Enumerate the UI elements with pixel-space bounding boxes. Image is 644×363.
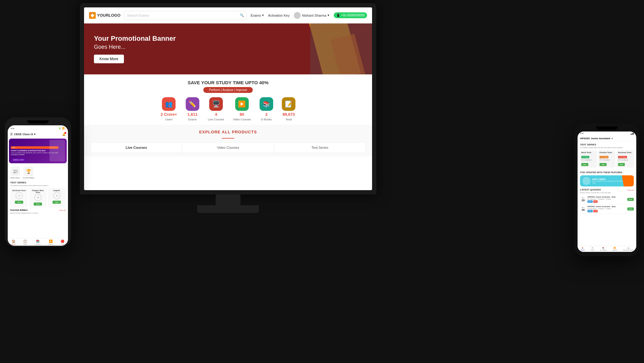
phone-banner-image xyxy=(49,140,65,161)
phone-test-card-chapter[interactable]: Chapter Wise Tests ◎ Start xyxy=(29,188,47,207)
ts-practice-badge: 0-34 Tests xyxy=(600,156,608,158)
monitor-stand xyxy=(80,194,376,213)
ts-practice-progress: 0% Completed xyxy=(600,159,614,161)
right-sectional-icon: 📊 xyxy=(627,247,629,249)
tab-live-courses[interactable]: Live Courses xyxy=(91,143,182,152)
stat-exams: ✏️ 1,611 Exams xyxy=(186,97,199,121)
view-all-link[interactable]: View all xyxy=(59,209,66,211)
phone-number: +91-0000000000 xyxy=(341,14,365,17)
phone-cat-current-affairs[interactable]: 🏆 Current Affairs xyxy=(23,166,34,179)
right-nav-sectional[interactable]: 📊 Sectional Tests xyxy=(623,247,633,251)
quiz-date-1: May 29 xyxy=(580,197,586,202)
lq-sub: Quickly assess yourself with a new quiz … xyxy=(580,192,634,194)
ts-practice-tests[interactable]: Practice Tests 0-34 Tests 0% Completed S… xyxy=(598,150,615,168)
phone-nav-tests[interactable]: 📋 Tests xyxy=(23,240,27,245)
phone-nav-elibrary[interactable]: 📚 E-Library xyxy=(34,240,40,245)
notification-icon[interactable]: 🔔 xyxy=(62,133,66,136)
right-tests-icon: 📋 xyxy=(591,247,593,249)
sig-bar-4 xyxy=(633,132,634,135)
lq-view-all[interactable]: View All xyxy=(627,189,634,191)
phone-left-screen: 9:41 🔋 📶 ☰ CBSE Class IX ▾ 🔔 LIVE xyxy=(8,125,68,246)
stay-updated-title: STAY UPDATED WITH THESE FEATURES xyxy=(580,171,634,173)
user-menu[interactable]: Nishant Sharma ▾ xyxy=(294,12,329,19)
quiz-row-1: May 29 UPSSSC Junior Assistant - Quiz 20… xyxy=(580,196,634,203)
banner-headline: Your Promotional Banner xyxy=(94,35,176,43)
exams-label: Exams xyxy=(251,14,261,17)
stat-exams-icon: ✏️ xyxy=(186,97,199,111)
stat-ebooks: 📚 2 E-Books xyxy=(260,97,273,121)
exams-menu[interactable]: Exams ▾ xyxy=(251,13,264,17)
right-videos-label: Videos xyxy=(612,249,617,251)
phone-button[interactable]: 📱 +91-0000000000 xyxy=(334,12,367,18)
phone-enroll-btn[interactable]: ENROLL NOW xyxy=(11,158,25,161)
quiz-start-2[interactable]: Start xyxy=(627,207,634,211)
english-title: English xyxy=(53,190,60,191)
right-nav-videos[interactable]: ▶️ Videos xyxy=(612,247,617,251)
tests-nav-icon: 📋 xyxy=(23,240,27,243)
phone-time: 9:41 xyxy=(11,127,15,129)
stat-exams-num: 1,611 xyxy=(188,112,198,117)
logo-text: YOURLOGO xyxy=(97,13,121,18)
stats-headline: SAVE YOUR STUDY TIME UPTO 40% xyxy=(90,80,366,85)
ts-practice-title: Practice Tests xyxy=(600,152,614,153)
right-nav-home[interactable]: 🏠 Home xyxy=(581,247,585,251)
phone-test-series-title: TEST SERIES xyxy=(8,181,68,185)
phone-left: 9:41 🔋 📶 ☰ CBSE Class IX ▾ 🔔 LIVE xyxy=(5,117,71,247)
exam-label: UPSSSC Junior Assistant xyxy=(580,137,610,140)
videos-nav-label: Videos xyxy=(48,243,53,245)
phone-banner: LIVE START LEARNING IN INTRACTIVE WAY LI… xyxy=(9,139,67,163)
right-nav-elibrary[interactable]: 📚 E-Library xyxy=(600,247,606,251)
quiz-info-1: UPSSSC Junior Assistant - Quiz 20 Questi… xyxy=(587,196,626,203)
phone-nav-home[interactable]: 🏠 Home xyxy=(11,240,15,245)
phone-test-card-english[interactable]: English ◎ Start xyxy=(48,188,66,207)
ts-mock-start[interactable]: Start xyxy=(581,163,588,166)
phone-notch xyxy=(27,120,49,123)
right-time: 9:41 xyxy=(580,132,584,135)
current-affairs-icon: 🏆 xyxy=(23,166,33,176)
hamburger-icon[interactable]: ☰ xyxy=(10,133,13,136)
right-status-bar: 9:41 xyxy=(578,131,636,136)
banner-decoration xyxy=(279,23,372,74)
quiz-day-2: 28 xyxy=(580,208,586,211)
logo-icon xyxy=(89,12,96,19)
phone-test-card-sectional[interactable]: Sectional Tests ◎ Start xyxy=(10,188,28,207)
activation-key[interactable]: Activation Key xyxy=(268,14,290,17)
phone-cat-daily-news[interactable]: 📰 Daily News xyxy=(10,166,20,179)
battery-icon: 🔋 xyxy=(58,127,61,130)
class-badge[interactable]: CBSE Class IX ▾ xyxy=(14,133,36,136)
right-elibrary-label: E-Library xyxy=(600,249,606,251)
right-bottom-nav: 🏠 Home 📋 Tests 📚 E-Library ▶️ Videos 📊 S… xyxy=(578,246,636,252)
ts-sectional-start[interactable]: Start xyxy=(618,163,625,166)
english-start-btn[interactable]: Start xyxy=(53,201,61,204)
stat-live: 🖥️ 4 Live Courses xyxy=(208,97,224,121)
exam-selector[interactable]: UPSSSC Junior Assistant ▾ xyxy=(580,137,613,140)
stay-updated: STAY UPDATED WITH THESE FEATURES xyxy=(578,171,636,175)
stat-tests-icon: 📝 xyxy=(282,97,295,111)
elibrary-nav-icon: 📚 xyxy=(36,240,40,243)
search-bar[interactable]: Search Exams 🔍 xyxy=(124,11,247,20)
notification-badge xyxy=(65,132,66,134)
phone-nav-live[interactable]: 🔴 Live xyxy=(61,240,64,245)
daily-news-banner[interactable]: DAILY NEWS DAILY UPDATES OF NEWS FOR YOU… xyxy=(580,175,634,186)
stat-live-label: Live Courses xyxy=(208,118,224,121)
phone-nav-videos[interactable]: ▶️ Videos xyxy=(48,240,53,245)
quiz-tag-hin-2: HIN xyxy=(593,210,598,212)
sectional-start-btn[interactable]: Start xyxy=(15,201,23,204)
quiz-item-1: May 29 UPSSSC Junior Assistant - Quiz 20… xyxy=(580,195,634,204)
daily-news-avatar xyxy=(583,177,591,185)
deco-image xyxy=(310,23,372,74)
phone-right-screen: 9:41 UPSSSC Junior Assistant ▾ TEST SERI… xyxy=(578,131,636,252)
ts-mock-tests[interactable]: Mock Tests 0-4 Tests 0% Completed Start xyxy=(580,150,597,168)
ts-sectional-tests[interactable]: Sectional Tests 0-21 Tests 0% Completed … xyxy=(617,150,634,168)
banner-cta[interactable]: Know More xyxy=(94,55,124,63)
exams-chevron: ▾ xyxy=(262,13,264,17)
quiz-meta-1: 20 Questions - 20 Marks - 10 Mins xyxy=(587,198,626,200)
quiz-start-1[interactable]: Start xyxy=(627,198,634,201)
ts-practice-start[interactable]: Start xyxy=(600,163,607,166)
quiz-meta-2: 20 Questions - 20 Marks - 10 Mins xyxy=(587,208,626,210)
stat-video-label: Video Courses xyxy=(233,118,251,121)
tab-video-courses[interactable]: Video Courses xyxy=(182,143,274,152)
chapter-start-btn[interactable]: Start xyxy=(34,202,42,206)
tab-test-series[interactable]: Test Series xyxy=(274,143,366,152)
right-nav-tests[interactable]: 📋 Tests xyxy=(591,247,594,251)
